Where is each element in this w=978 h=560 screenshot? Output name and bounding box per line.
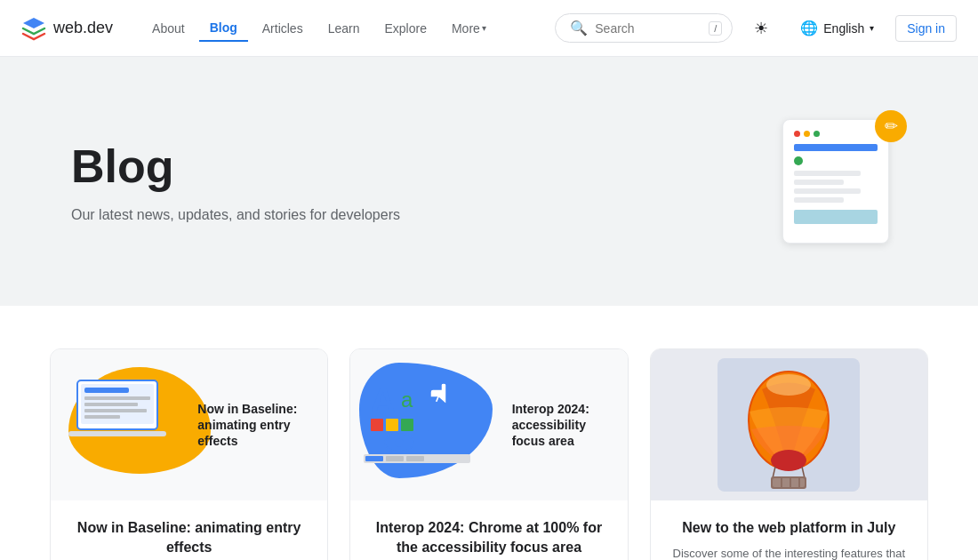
globe-icon: 🌐	[800, 20, 818, 36]
nav-learn[interactable]: Learn	[317, 16, 371, 41]
svg-rect-10	[371, 419, 383, 431]
chevron-down-icon: ▾	[482, 23, 486, 33]
card-interop[interactable]: A a	[349, 348, 628, 560]
svg-rect-11	[386, 419, 398, 431]
card-platform[interactable]: New to the web platform in July Discover…	[650, 348, 928, 560]
svg-rect-4	[84, 403, 138, 406]
svg-text:A: A	[371, 381, 395, 419]
card-3-body: New to the web platform in July Discover…	[651, 500, 927, 560]
svg-rect-7	[68, 431, 166, 436]
search-bar[interactable]: 🔍 /	[555, 13, 733, 43]
card-1-body: Now in Baseline: animating entry effects…	[51, 500, 327, 560]
svg-point-15	[395, 438, 404, 447]
nav-blog[interactable]: Blog	[199, 15, 248, 42]
logo-link[interactable]: web.dev	[21, 16, 113, 41]
search-input[interactable]	[595, 21, 701, 36]
blog-doc-illustration	[782, 119, 889, 244]
svg-text:a: a	[401, 388, 413, 412]
nav-articles[interactable]: Articles	[252, 16, 314, 41]
logo-icon	[21, 16, 46, 41]
hero-subtitle: Our latest news, updates, and stories fo…	[71, 207, 400, 223]
svg-rect-18	[386, 456, 404, 461]
svg-rect-28	[773, 478, 805, 487]
nav-links: About Blog Articles Learn Explore More ▾	[141, 15, 497, 42]
svg-rect-6	[84, 415, 120, 419]
laptop-icon	[68, 372, 184, 452]
card-2-thumbnail: A a	[350, 349, 627, 500]
card-1-thumb-label: Now in Baseline: animating entry effects	[197, 401, 313, 450]
svg-rect-13	[416, 419, 429, 431]
cards-grid: Now in Baseline: animating entry effects…	[50, 348, 928, 560]
search-slash-badge: /	[709, 21, 722, 36]
svg-point-24	[771, 450, 806, 471]
card-3-title: New to the web platform in July	[669, 518, 910, 538]
search-icon: 🔍	[570, 20, 588, 36]
card-2-thumb-label: Interop 2024: accessibility focus area	[512, 401, 619, 450]
signin-button[interactable]: Sign in	[895, 15, 957, 42]
svg-rect-17	[365, 456, 383, 461]
svg-rect-19	[406, 456, 424, 461]
card-2-title: Interop 2024: Chrome at 100% for the acc…	[368, 518, 609, 558]
card-3-thumbnail	[651, 349, 927, 500]
nav-right: 🔍 / ☀ 🌐 English ▾ Sign in	[555, 13, 957, 44]
logo-text: web.dev	[53, 19, 113, 37]
balloon-svg	[717, 358, 860, 492]
sun-icon: ☀	[754, 19, 768, 38]
theme-toggle-button[interactable]: ☀	[743, 13, 779, 44]
hero-illustration: ✏	[765, 110, 907, 252]
card-baseline[interactable]: Now in Baseline: animating entry effects…	[50, 348, 328, 560]
accessibility-icon: A a	[355, 358, 488, 465]
svg-rect-2	[84, 388, 129, 393]
nav-more[interactable]: More ▾	[441, 16, 497, 41]
hero-section: Blog Our latest news, updates, and stori…	[0, 57, 978, 306]
pencil-icon: ✏	[885, 116, 898, 136]
cards-section: Now in Baseline: animating entry effects…	[0, 306, 978, 560]
svg-rect-12	[401, 419, 413, 431]
nav-explore[interactable]: Explore	[373, 16, 437, 41]
language-label: English	[823, 21, 864, 36]
svg-rect-3	[84, 396, 150, 400]
card-2-body: Interop 2024: Chrome at 100% for the acc…	[350, 500, 627, 560]
lang-chevron-icon: ▾	[870, 23, 874, 33]
page-title: Blog	[71, 140, 400, 193]
nav-about[interactable]: About	[141, 16, 196, 41]
hero-text: Blog Our latest news, updates, and stori…	[71, 140, 400, 223]
svg-rect-5	[84, 409, 147, 412]
card-3-desc: Discover some of the interesting feature…	[669, 545, 910, 560]
pencil-badge: ✏	[875, 110, 907, 142]
card-1-title: Now in Baseline: animating entry effects	[68, 518, 309, 558]
card-1-thumbnail: Now in Baseline: animating entry effects	[51, 349, 327, 500]
language-button[interactable]: 🌐 English ▾	[790, 14, 885, 42]
svg-point-23	[766, 374, 811, 396]
navbar: web.dev About Blog Articles Learn Explor…	[0, 0, 978, 57]
